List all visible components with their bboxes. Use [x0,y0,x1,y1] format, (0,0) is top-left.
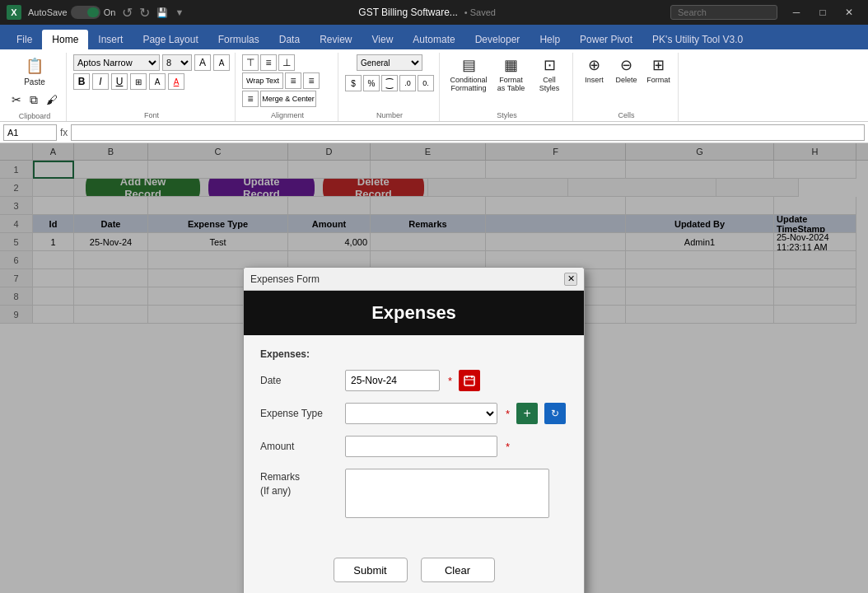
more-tools-icon[interactable]: ▼ [175,7,184,17]
remarks-row: Remarks (If any) [260,469,567,518]
amount-label: Amount [260,441,338,452]
excel-icon: X [7,5,21,20]
font-controls: Aptos Narrow 8 A A B I U ⊞ A A [73,54,230,90]
dialog-close-button[interactable]: ✕ [564,273,577,286]
increase-decimal-button[interactable]: .0 [399,75,416,91]
decrease-decimal-button[interactable]: 0. [418,75,434,91]
italic-button[interactable]: I [92,73,109,90]
formula-bar: fx [0,122,868,143]
tab-home[interactable]: Home [42,30,88,49]
tab-help[interactable]: Help [530,30,570,49]
tab-pk-utility[interactable]: PK's Utility Tool V3.0 [642,30,753,49]
autosave-toggle[interactable] [71,6,100,19]
align-top-button[interactable]: ⊤ [242,54,259,71]
tab-page-layout[interactable]: Page Layout [133,30,208,49]
fill-color-button[interactable]: A [149,73,166,90]
format-as-table-button[interactable]: ▦ Format as Table [492,54,530,94]
currency-button[interactable]: $ [345,75,362,91]
insert-button[interactable]: ⊕ Insert [580,54,609,86]
formula-input[interactable] [71,124,865,141]
conditional-formatting-button[interactable]: ▤ Conditional Formatting [448,54,489,94]
remarks-textarea[interactable] [345,469,549,518]
cell-styles-button[interactable]: ⊡ Cell Styles [533,54,566,94]
merge-center-button[interactable]: Merge & Center [260,91,316,107]
minimize-button[interactable]: ─ [784,4,809,21]
tab-power-pivot[interactable]: Power Pivot [570,30,642,49]
calendar-icon [464,375,475,386]
amount-row: Amount * [260,436,567,457]
cut-button[interactable]: ✂ [8,91,25,109]
percent-button[interactable]: % [363,75,380,91]
redo-icon[interactable]: ↻ [139,5,150,21]
align-middle-button[interactable]: ≡ [260,54,277,71]
ribbon-group-styles: ▤ Conditional Formatting ▦ Format as Tab… [441,53,573,121]
borders-button[interactable]: ⊞ [130,73,147,90]
cells-label: Cells [618,110,634,119]
cell-reference-input[interactable] [3,124,57,141]
number-format-select[interactable]: General [357,54,422,71]
window-controls: ─ □ ✕ [784,4,861,21]
font-increase-button[interactable]: A [194,54,211,71]
underline-button[interactable]: U [111,73,128,90]
add-expense-type-button[interactable]: + [516,403,538,424]
comma-button[interactable]: ⁐ [381,75,398,91]
save-icon[interactable]: 💾 [156,7,168,18]
undo-icon[interactable]: ↺ [122,5,133,21]
clipboard-label: Clipboard [19,110,51,120]
tab-automate[interactable]: Automate [403,30,464,49]
remarks-label: Remarks (If any) [260,469,338,498]
align-right-button[interactable]: ≡ [242,91,259,107]
dialog-body: Expenses: Date * Expense Type [244,335,584,546]
section-label: Expenses: [260,348,567,360]
search-input[interactable] [670,5,777,20]
amount-input[interactable] [345,436,497,457]
autosave-state: On [104,7,116,17]
tab-view[interactable]: View [362,30,404,49]
ribbon-group-clipboard: 📋 Paste ✂ ⧉ 🖌 Clipboard [3,53,67,121]
date-required-marker: * [448,375,452,387]
autosave-area: AutoSave On [28,6,115,19]
align-center-button[interactable]: ≡ [303,72,320,89]
tab-formulas[interactable]: Formulas [208,30,269,49]
expense-type-required-marker: * [506,408,510,420]
font-color-button[interactable]: A [168,73,184,90]
tab-developer[interactable]: Developer [465,30,530,49]
ribbon-tabs: File Home Insert Page Layout Formulas Da… [0,25,868,49]
dialog-header: Expenses [244,291,584,335]
font-decrease-button[interactable]: A [213,54,230,71]
styles-label: Styles [497,110,517,119]
font-family-select[interactable]: Aptos Narrow [73,54,160,71]
paste-button[interactable]: 📋 Paste [21,54,49,88]
bold-button[interactable]: B [73,73,90,90]
ribbon-group-number: General $ % ⁐ .0 0. Number [340,53,440,121]
close-button[interactable]: ✕ [837,4,861,21]
ribbon: 📋 Paste ✂ ⧉ 🖌 Clipboard Aptos Narrow 8 A… [0,49,868,122]
expense-type-select[interactable] [345,403,497,424]
refresh-expense-type-button[interactable]: ↻ [544,403,566,424]
title-bar: X AutoSave On ↺ ↻ 💾 ▼ GST Billing Softwa… [0,0,868,25]
copy-button[interactable]: ⧉ [26,91,41,109]
dialog-title: Expenses Form [250,273,320,285]
tab-review[interactable]: Review [310,30,362,49]
format-painter-button[interactable]: 🖌 [43,91,61,109]
calendar-button[interactable] [459,370,480,391]
font-size-select[interactable]: 8 [162,54,192,71]
date-input[interactable] [345,370,440,391]
maximize-button[interactable]: □ [810,4,835,21]
align-bottom-button[interactable]: ⊥ [278,54,295,71]
date-row: Date * [260,370,567,391]
wrap-text-button[interactable]: Wrap Text [242,72,283,89]
clear-button[interactable]: Clear [421,558,495,582]
submit-button[interactable]: Submit [334,558,408,582]
expense-type-row: Expense Type * + ↻ [260,403,567,424]
tab-data[interactable]: Data [269,30,310,49]
delete-cells-button[interactable]: ⊖ Delete [612,54,641,86]
app-title: GST Billing Software... [358,7,458,18]
align-left-button[interactable]: ≡ [285,72,301,89]
format-button[interactable]: ⊞ Format [644,54,673,86]
tab-file[interactable]: File [7,30,42,49]
amount-required-marker: * [506,441,510,453]
function-icon[interactable]: fx [60,127,68,138]
ribbon-group-alignment: ⊤ ≡ ⊥ Wrap Text ≡ ≡ ≡ Merge & Center Ali… [237,53,338,121]
tab-insert[interactable]: Insert [88,30,133,49]
